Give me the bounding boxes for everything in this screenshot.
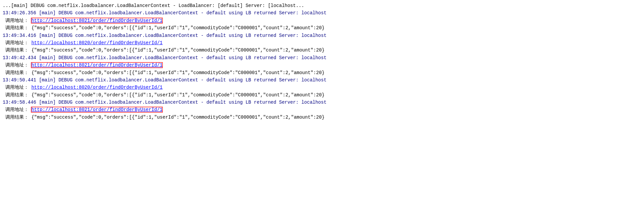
url-link[interactable]: http://localhost:8020/order/findOrderByU…	[31, 40, 162, 46]
url-label: 调用地址：	[5, 62, 31, 68]
truncated-text: ...[main] DEBUG com.netflix.loadbalancer…	[3, 3, 304, 8]
log-entry: 13:49:26.356 [main] DEBUG com.netflix.lo…	[3, 9, 641, 32]
log-entry: 13:49:50.441 [main] DEBUG com.netflix.lo…	[3, 76, 641, 99]
url-line: 调用地址： http://localhost:8021/order/findOr…	[3, 17, 641, 24]
url-line: 调用地址： http://localhost:8020/order/findOr…	[3, 39, 641, 47]
url-link[interactable]: http://localhost:8021/order/findOrderByU…	[31, 62, 162, 68]
truncated-line: ...[main] DEBUG com.netflix.loadbalancer…	[3, 2, 641, 9]
debug-line: 13:49:50.441 [main] DEBUG com.netflix.lo…	[3, 76, 641, 84]
url-label: 调用地址：	[5, 18, 31, 23]
result-line: 调用结果： {"msg":"success","code":0,"orders"…	[3, 24, 641, 32]
debug-line: 13:49:34.416 [main] DEBUG com.netflix.lo…	[3, 32, 641, 39]
url-line: 调用地址： http://localhost:8020/order/findOr…	[3, 84, 641, 91]
url-link[interactable]: http://localhost:8021/order/findOrderByU…	[31, 18, 162, 23]
url-line: 调用地址： http://localhost:8021/order/findOr…	[3, 106, 641, 113]
url-link[interactable]: http://localhost:8021/order/findOrderByU…	[31, 107, 162, 112]
url-label: 调用地址：	[5, 107, 31, 112]
url-label: 调用地址：	[5, 40, 31, 46]
url-label: 调用地址：	[5, 85, 31, 90]
debug-line: 13:49:26.356 [main] DEBUG com.netflix.lo…	[3, 9, 641, 17]
result-line: 调用结果： {"msg":"success","code":0,"orders"…	[3, 47, 641, 54]
debug-line: 13:49:58.446 [main] DEBUG com.netflix.lo…	[3, 99, 641, 106]
url-highlight: http://localhost:8021/order/findOrderByU…	[31, 62, 162, 68]
debug-line: 13:49:42.434 [main] DEBUG com.netflix.lo…	[3, 54, 641, 61]
log-container: ...[main] DEBUG com.netflix.loadbalancer…	[0, 1, 644, 122]
log-entry: 13:49:58.446 [main] DEBUG com.netflix.lo…	[3, 99, 641, 121]
log-entry: 13:49:34.416 [main] DEBUG com.netflix.lo…	[3, 32, 641, 54]
url-highlight: http://localhost:8021/order/findOrderByU…	[31, 107, 162, 112]
url-line: 调用地址： http://localhost:8021/order/findOr…	[3, 61, 641, 69]
result-line: 调用结果： {"msg":"success","code":0,"orders"…	[3, 91, 641, 99]
url-highlight: http://localhost:8021/order/findOrderByU…	[31, 18, 162, 23]
result-line: 调用结果： {"msg":"success","code":0,"orders"…	[3, 69, 641, 76]
log-entry: 13:49:42.434 [main] DEBUG com.netflix.lo…	[3, 54, 641, 76]
url-link[interactable]: http://localhost:8020/order/findOrderByU…	[31, 85, 162, 90]
log-entries: 13:49:26.356 [main] DEBUG com.netflix.lo…	[3, 9, 641, 121]
result-line: 调用结果： {"msg":"success","code":0,"orders"…	[3, 114, 641, 121]
